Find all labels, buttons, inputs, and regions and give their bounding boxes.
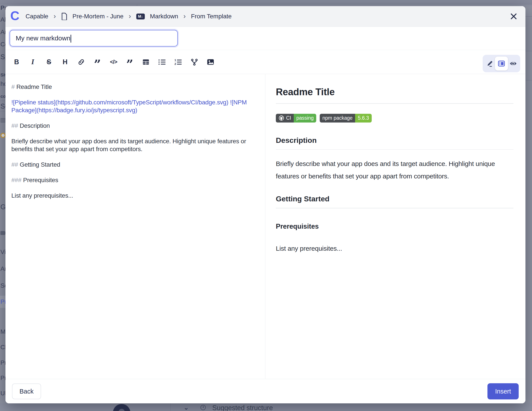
title-input[interactable]: My new markdown — [10, 30, 178, 47]
close-icon — [510, 13, 517, 20]
heading-button[interactable]: H — [61, 57, 69, 67]
quote-button[interactable]: ” — [94, 57, 101, 67]
eye-icon — [509, 60, 517, 67]
markdown-line: ## Description — [11, 122, 265, 130]
git-branch-icon — [191, 58, 198, 66]
sidebar-fragment: SH — [0, 72, 5, 77]
sidebar-fragment: Se — [0, 282, 5, 289]
close-button[interactable] — [509, 12, 518, 21]
sidebar-fragment: An — [0, 265, 5, 272]
sidebar-fragment: Pr — [0, 374, 5, 382]
svg-text:1: 1 — [174, 58, 176, 62]
compass-icon — [0, 133, 5, 138]
sidebar-fragment: Pr — [0, 4, 5, 11]
pencil-icon — [486, 60, 493, 67]
badge-value: passing — [294, 114, 316, 123]
heading-rule — [276, 208, 513, 208]
sidebar-fragment: Pr — [0, 359, 5, 366]
heading-rule — [276, 149, 513, 150]
ordered-list-button[interactable]: 12 — [174, 57, 182, 67]
bold-button[interactable]: B — [13, 57, 20, 67]
heading-icon: H — [63, 58, 67, 66]
breadcrumb-type[interactable]: Markdown — [150, 13, 178, 20]
split-view-button[interactable] — [495, 57, 508, 71]
preview-heading-getting-started: Getting Started — [276, 194, 513, 203]
suggested-structure-label: Suggested structure — [212, 404, 273, 411]
sidebar-fragment: An — [0, 29, 5, 36]
badge-row: CI passing npm package 5.6.3 — [276, 114, 513, 123]
background-top-bar — [0, 0, 532, 4]
ci-status-badge: CI passing — [276, 114, 316, 123]
strikethrough-button[interactable]: S — [45, 57, 53, 67]
breadcrumb-current-step: From Template — [191, 13, 231, 20]
npm-version-badge: npm package 5.6.3 — [320, 114, 371, 123]
capable-logo-icon: C — [10, 10, 19, 22]
notes-icon — [0, 118, 5, 123]
markdown-line: ### Prerequisites — [11, 176, 265, 184]
edit-view-button[interactable] — [484, 57, 495, 71]
italic-icon: I — [31, 58, 34, 66]
sidebar-divider — [0, 101, 5, 101]
markdown-line: ## Getting Started — [11, 161, 265, 169]
bottom-bar-divider — [170, 403, 171, 411]
breadcrumb-separator: › — [129, 12, 131, 20]
italic-button[interactable]: I — [29, 57, 37, 67]
markdown-icon: M↓ — [136, 14, 145, 19]
sidebar-fragment: co — [0, 94, 5, 99]
preview-view-button[interactable] — [508, 57, 518, 71]
background-right-strip — [525, 0, 532, 411]
table-button[interactable] — [142, 57, 150, 67]
markdown-line: Briefly describe what your app does and … — [11, 137, 265, 153]
code-icon: </> — [110, 59, 117, 65]
image-icon — [207, 58, 214, 66]
document-icon — [61, 13, 67, 20]
badge-value: 5.6.3 — [355, 114, 371, 123]
markdown-line-link: ![Pipeline status](https://github.com/mi… — [11, 98, 265, 114]
sidebar-fragment: Vi — [0, 249, 5, 256]
markdown-line: # Readme Title — [11, 83, 265, 91]
sidebar-fragment: Al — [0, 16, 5, 23]
blockquote-button[interactable]: ” — [126, 57, 134, 67]
sidebar-fragment: Ul — [0, 390, 5, 397]
svg-text:2: 2 — [174, 62, 176, 66]
back-button[interactable]: Back — [12, 383, 41, 399]
table-icon — [142, 58, 150, 66]
sidebar-fragment: ho — [0, 80, 5, 87]
preview-title: Readme Title — [276, 86, 513, 98]
markdown-preview: Readme Title CI passing npm package 5.6.… — [265, 74, 525, 379]
link-icon — [77, 58, 85, 66]
background-sidebar-strip: PrAlAnCoSpSHhocoSeGoViAnSePrMClPrPrUlBy — [0, 0, 5, 411]
code-button[interactable]: </> — [110, 57, 117, 67]
dialog-content: # Readme Title ![Pipeline status](https:… — [5, 74, 525, 379]
sidebar-fragment: Go — [0, 203, 5, 211]
image-button[interactable] — [207, 57, 214, 67]
toolbar-icons: B I S H ” </> ” 12 — [13, 50, 214, 74]
badge-label: npm package — [320, 114, 355, 123]
preview-heading-description: Description — [276, 136, 513, 144]
breadcrumb-separator: › — [54, 12, 56, 20]
background-divider — [525, 51, 532, 51]
insert-button[interactable]: Insert — [487, 383, 519, 399]
text-caret — [71, 35, 71, 43]
link-button[interactable] — [77, 57, 85, 67]
sidebar-fragment: M — [0, 328, 5, 335]
title-input-value: My new markdown — [16, 35, 70, 42]
dialog-footer: Back Insert — [5, 379, 525, 403]
bullet-list-button[interactable] — [158, 57, 166, 67]
git-branch-button[interactable] — [190, 57, 198, 67]
preview-heading-prerequisites: Prerequisites — [276, 222, 513, 230]
breadcrumb-app[interactable]: Capable — [26, 13, 48, 20]
markdown-template-dialog: C Capable › Pre-Mortem - June › M↓ Markd… — [5, 6, 525, 403]
sidebar-fragment: Cl — [0, 344, 5, 351]
title-row: My new markdown — [5, 27, 525, 50]
formatting-toolbar: B I S H ” </> ” 12 — [5, 50, 525, 74]
breadcrumb-document[interactable]: Pre-Mortem - June — [73, 13, 124, 20]
breadcrumb: C Capable › Pre-Mortem - June › M↓ Markd… — [10, 10, 232, 23]
clock-icon — [200, 405, 206, 410]
bold-icon: B — [14, 58, 19, 66]
view-mode-toggle — [483, 55, 520, 72]
markdown-editor[interactable]: # Readme Title ![Pipeline status](https:… — [5, 74, 265, 379]
sidebar-fragment: Co — [0, 41, 5, 48]
badge-label: CI — [286, 115, 291, 121]
sidebar-divider — [0, 111, 5, 111]
